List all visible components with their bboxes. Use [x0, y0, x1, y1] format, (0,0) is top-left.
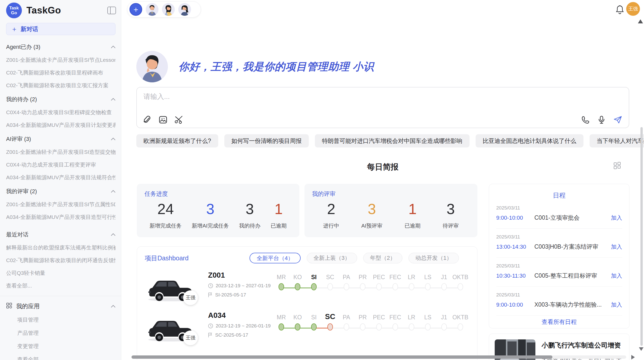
phone-call-icon[interactable] — [581, 115, 590, 124]
scroll-down-arrow[interactable] — [639, 347, 643, 351]
schedule-date: 2025/03/11 — [496, 234, 622, 240]
chevron-up-icon[interactable] — [111, 305, 115, 308]
chat-input[interactable] — [143, 92, 623, 110]
section-ai-review[interactable]: AI评审 (3) — [6, 135, 115, 143]
sidebar-item[interactable]: Z001-全新燃油轻卡产品开发项目SI造型提交物评审 — [6, 148, 115, 156]
horizontal-scrollbar[interactable] — [131, 355, 626, 359]
scissors-icon[interactable] — [174, 115, 183, 124]
chevron-up-icon[interactable] — [111, 190, 115, 193]
sidebar-item[interactable]: C02-飞腾新能源轻客改款项目里程碑画布 — [6, 69, 115, 76]
schedule-date: 2025/03/11 — [496, 292, 622, 298]
sidebar-item[interactable]: A034-全新新能源MUV产品开发项目造型可行性评审 — [6, 214, 115, 221]
image-upload-icon[interactable] — [159, 115, 167, 124]
sidebar-item[interactable]: Z001-全新燃油轻卡产品开发项目SI节点属性5D文件评审 — [6, 201, 115, 208]
schedule-item: 2025/03/11 9:00-10:00 C001-立项审批会 加入 — [496, 200, 622, 229]
milestone-dot-done — [279, 283, 284, 290]
section-my-review[interactable]: 我的评审 (2) — [6, 188, 115, 195]
milestone-dot-current — [327, 323, 333, 331]
milestone-dot — [344, 283, 349, 290]
tab-new-body[interactable]: 全新上装（3） — [307, 253, 357, 263]
recent-chat-item[interactable]: 解释最新出台的欧盟报废车法规再生塑料比例被调至15%... — [6, 244, 115, 251]
suggestion-chip[interactable]: 当下年轻人对汽车外观有怎样的喜好趋势 — [590, 134, 644, 147]
layout-grid-icon[interactable] — [613, 162, 621, 170]
milestone-track: MR KO SI SC PA PR PEC FEC LR LS J1 OKTB — [273, 312, 469, 331]
join-link[interactable]: 加入 — [611, 214, 622, 222]
section-my-apps[interactable]: 我的应用 — [6, 302, 115, 310]
dashboard-title: 项目Dashboard — [145, 254, 188, 262]
suggestion-chip[interactable]: 特朗普可能对进口汽车增税会对中国车企造成哪些影响 — [315, 134, 470, 147]
section-recent-chats[interactable]: 最近对话 — [6, 231, 115, 238]
app-item-product-mgmt[interactable]: 产品管理 — [17, 329, 115, 337]
scroll-right-arrow[interactable] — [631, 355, 635, 359]
app-view-all[interactable]: 查看全部... — [17, 356, 115, 360]
schedule-item: 2025/03/11 9:00-10:00 X003-车辆动力学性能验... 加… — [496, 287, 622, 316]
new-chat-button[interactable]: ＋ 新对话 — [6, 23, 115, 35]
milestone-dot — [425, 283, 431, 290]
tab-year-model[interactable]: 年型（2） — [363, 253, 402, 263]
plus-icon: ＋ — [11, 25, 18, 34]
sidebar-item[interactable]: C02-飞腾新能源轻客改款项目立项汇报方案 — [6, 82, 115, 89]
sidebar-item[interactable]: A034-全新新能源MUV产品开发项目法规符合性评审 — [6, 174, 115, 181]
stat-new-done: 24新增完成任务 — [150, 201, 182, 229]
app-logo: Task Go — [6, 3, 22, 18]
user-avatar[interactable]: 王强 — [626, 2, 640, 16]
stat-in-progress: 2进行中 — [323, 201, 339, 229]
attachment-icon[interactable] — [143, 115, 152, 124]
app-item-change-mgmt[interactable]: 变更管理 — [17, 343, 115, 350]
join-link[interactable]: 加入 — [611, 301, 622, 309]
join-link[interactable]: 加入 — [611, 272, 622, 280]
project-car-image: 王强 — [145, 271, 197, 304]
app-title: TaskGo — [26, 5, 61, 16]
milestone-dot — [360, 323, 365, 331]
suggestion-chip[interactable]: 如何写一份清晰的项目周报 — [224, 134, 309, 147]
schedule-time: 9:00-10:00 — [496, 302, 534, 308]
chevron-up-icon[interactable] — [111, 233, 115, 236]
section-agent-done[interactable]: Agent已办 (3) — [6, 43, 115, 51]
sidebar-item[interactable]: A034-全新新能源MUV产品开发项目计划变更表编写 — [6, 122, 115, 129]
team-member-avatar[interactable] — [162, 3, 175, 16]
schedule-panel: 日程 2025/03/11 9:00-10:00 C001-立项审批会 加入 2… — [489, 184, 630, 328]
recent-chat-item[interactable]: 公司Q3轻卡销量 — [6, 269, 115, 277]
sidebar: Task Go TaskGo ＋ 新对话 Agent已办 (3) Z001-全新… — [0, 0, 121, 360]
scroll-up-arrow[interactable] — [638, 19, 643, 23]
project-owner-badge: 王强 — [183, 290, 198, 305]
stat-overdue: 1已逾期 — [271, 201, 287, 229]
microphone-icon[interactable] — [597, 115, 606, 124]
join-link[interactable]: 加入 — [611, 243, 622, 251]
project-row-z001[interactable]: 王强 Z001 2023-12-19 ~ 2027-01-19 SI-2025-… — [145, 271, 470, 304]
chevron-up-icon[interactable] — [111, 46, 115, 48]
chevron-up-icon[interactable] — [111, 138, 115, 140]
milestone-dot — [425, 323, 431, 331]
section-my-todo[interactable]: 我的待办 (2) — [6, 96, 115, 103]
team-member-avatar[interactable] — [178, 3, 191, 16]
milestone-track: MR KO SI SC PA PR PEC FEC LR LS J1 OKTB — [273, 272, 469, 290]
news-title: 小鹏飞行汽车制造公司增资 — [541, 341, 624, 350]
suggestion-chip[interactable]: 比亚迪全固态电池计划具体说了什么 — [476, 134, 583, 147]
horizontal-scrollbar-thumb[interactable] — [131, 355, 552, 359]
notification-bell-icon[interactable] — [616, 5, 624, 14]
vertical-scrollbar-thumb[interactable] — [640, 127, 643, 346]
chevron-up-icon[interactable] — [111, 98, 115, 101]
add-member-button[interactable]: ＋ — [129, 3, 142, 16]
project-dates: 2023-12-19 ~ 2026-01-19 — [216, 323, 271, 329]
sidebar-item[interactable]: C0X4-动力总成开发项目SI里程碑提交物检查 — [6, 109, 115, 116]
collapse-sidebar-icon[interactable] — [107, 7, 116, 14]
chat-composer — [136, 87, 629, 128]
project-row-a034[interactable]: 王强 A034 2023-12-19 ~ 2026-01-19 SC-2025-… — [145, 311, 470, 344]
recent-view-all[interactable]: 查看全部... — [6, 282, 115, 289]
recent-chat-item[interactable]: C02-飞腾新能源轻客改款项目的闭环通告反馈情况 — [6, 257, 115, 264]
tab-new-platform[interactable]: 全新平台（4） — [250, 253, 300, 263]
app-item-project-mgmt[interactable]: 项目管理 — [17, 316, 115, 323]
divider — [0, 296, 121, 296]
tab-powertrain[interactable]: 动总开发（1） — [408, 253, 459, 263]
sidebar-item[interactable]: C0X4-动力总成开发项目工程变更评审 — [6, 161, 115, 168]
milestone-dot — [344, 323, 349, 331]
milestone-dot-done — [295, 283, 300, 290]
stat-new-ai-done: 3新增AI完成任务 — [192, 201, 229, 229]
suggestion-chip[interactable]: 欧洲新规最近颁布了什么? — [136, 134, 218, 147]
team-member-avatar[interactable] — [146, 3, 158, 16]
send-icon[interactable] — [613, 115, 622, 124]
suggestion-chips: 欧洲新规最近颁布了什么? 如何写一份清晰的项目周报 特朗普可能对进口汽车增税会对… — [136, 134, 629, 147]
sidebar-item[interactable]: Z001-全新燃油皮卡产品开发项目SI节点Lesson Learn报告 — [6, 56, 115, 64]
view-all-schedule-link[interactable]: 查看所有日程 — [496, 316, 622, 326]
